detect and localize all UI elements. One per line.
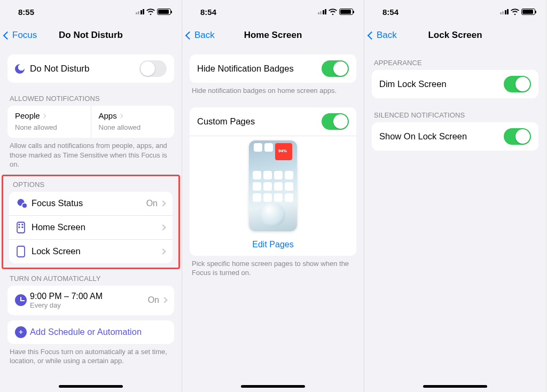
dnd-label: Do Not Disturb: [30, 64, 139, 74]
wifi-icon: [329, 9, 337, 15]
hide-badges-card: Hide Notification Badges: [190, 54, 356, 83]
hide-badges-toggle[interactable]: [322, 60, 349, 77]
people-cell[interactable]: People None allowed: [7, 106, 91, 138]
options-header: OPTIONS: [3, 177, 178, 192]
auto-header: TURN ON AUTOMATICALLY: [0, 272, 182, 286]
lock-screen-label: Lock Screen: [32, 246, 161, 256]
svg-rect-5: [19, 226, 20, 228]
people-label: People: [15, 111, 40, 120]
page-title: Do Not Disturb: [59, 30, 123, 41]
hide-badges-label: Hide Notification Badges: [197, 64, 322, 74]
home-screen-row[interactable]: Home Screen: [9, 215, 173, 239]
schedule-details: 9:00 PM – 7:00 AM Every day: [30, 292, 148, 309]
clock-icon: [15, 294, 30, 306]
options-highlight: OPTIONS Focus Status On Home Screen: [2, 175, 180, 269]
silenced-card: Show On Lock Screen: [372, 122, 538, 151]
wifi-icon: [511, 9, 519, 15]
apps-label: Apps: [99, 111, 117, 120]
auto-footer: Have this Focus turn on automatically at…: [0, 344, 182, 366]
home-indicator[interactable]: [59, 385, 123, 388]
options-card: Focus Status On Home Screen Lock Screen: [9, 192, 173, 263]
lock-screen-icon: [17, 246, 32, 257]
schedule-time: 9:00 PM – 7:00 AM: [30, 292, 148, 301]
status-bar: 8:55: [0, 0, 182, 23]
back-label: Back: [194, 30, 215, 41]
lock-screen-row[interactable]: Lock Screen: [9, 239, 173, 263]
appearance-card: Dim Lock Screen: [372, 70, 538, 98]
people-value: None allowed: [15, 123, 83, 131]
focus-status-label: Focus Status: [32, 198, 146, 208]
svg-rect-2: [17, 222, 25, 233]
focus-status-icon: [17, 198, 32, 209]
back-label: Focus: [12, 30, 37, 41]
status-indicators: [318, 9, 354, 15]
back-label: Back: [377, 30, 397, 41]
home-indicator[interactable]: [241, 385, 305, 388]
focus-status-row[interactable]: Focus Status On: [9, 192, 173, 215]
schedule-row[interactable]: 9:00 PM – 7:00 AM Every day On: [7, 286, 174, 315]
chevron-left-icon: [185, 31, 194, 40]
page-title: Lock Screen: [428, 30, 482, 41]
nav-bar: Back Home Screen: [182, 23, 364, 47]
svg-rect-3: [19, 224, 20, 225]
chevron-left-icon: [368, 31, 376, 40]
cellular-icon: [136, 9, 145, 14]
content: Hide Notification Badges Hide notificati…: [182, 47, 364, 283]
custom-pages-card: Custom Pages 94% Edit Pages: [190, 107, 356, 256]
wifi-icon: [146, 9, 155, 15]
hide-badges-row[interactable]: Hide Notification Badges: [190, 54, 356, 83]
chevron-right-icon: [160, 224, 166, 230]
allowed-header: ALLOWED NOTIFICATIONS: [0, 83, 182, 106]
status-indicators: [136, 9, 171, 15]
hide-badges-footer: Hide notification badges on home screen …: [182, 83, 364, 96]
back-button[interactable]: Focus: [4, 30, 37, 41]
show-on-lock-toggle[interactable]: [504, 128, 531, 145]
cellular-icon: [318, 9, 327, 14]
dnd-toggle-row[interactable]: Do Not Disturb: [7, 54, 174, 83]
apps-value: None allowed: [99, 123, 167, 131]
custom-pages-row[interactable]: Custom Pages: [190, 107, 356, 136]
moon-icon: [15, 64, 30, 74]
plus-icon: +: [15, 326, 30, 338]
svg-point-1: [22, 203, 27, 208]
edit-pages-button[interactable]: Edit Pages: [190, 236, 356, 256]
back-button[interactable]: Back: [369, 30, 397, 41]
home-indicator[interactable]: [423, 385, 487, 388]
page-title: Home Screen: [244, 30, 302, 41]
svg-rect-6: [22, 226, 24, 228]
apps-cell[interactable]: Apps None allowed: [91, 106, 175, 138]
chevron-left-icon: [3, 31, 12, 40]
content: APPEARANCE Dim Lock Screen SILENCED NOTI…: [364, 47, 546, 156]
dnd-toggle[interactable]: [139, 60, 167, 77]
show-on-lock-row[interactable]: Show On Lock Screen: [372, 122, 538, 151]
status-time: 8:54: [382, 7, 398, 17]
home-screen-icon: [17, 222, 32, 233]
home-page-thumbnail[interactable]: 94%: [249, 140, 297, 231]
battery-icon: [521, 9, 535, 15]
nav-bar: Back Lock Screen: [364, 23, 546, 47]
schedule-card: 9:00 PM – 7:00 AM Every day On: [7, 286, 174, 315]
back-button[interactable]: Back: [186, 30, 215, 41]
dnd-toggle-card: Do Not Disturb: [7, 54, 174, 83]
appearance-header: APPEARANCE: [364, 47, 546, 70]
status-time: 8:54: [200, 7, 216, 17]
allowed-card: People None allowed Apps None allowed: [7, 106, 174, 138]
screen-home-screen: 8:54 Back Home Screen Hide Notification …: [182, 0, 364, 392]
screen-do-not-disturb: 8:55 Focus Do Not Disturb Do Not Disturb…: [0, 0, 182, 392]
schedule-value: On: [148, 295, 159, 305]
status-indicators: [500, 9, 536, 15]
battery-icon: [339, 9, 353, 15]
add-schedule-row[interactable]: + Add Schedule or Automation: [7, 320, 174, 344]
content: Do Not Disturb ALLOWED NOTIFICATIONS Peo…: [0, 47, 182, 371]
allowed-footer: Allow calls and notifications from peopl…: [0, 138, 182, 169]
dim-row[interactable]: Dim Lock Screen: [372, 70, 538, 98]
chevron-right-icon: [41, 113, 45, 117]
home-screen-label: Home Screen: [32, 222, 161, 232]
custom-pages-toggle[interactable]: [322, 113, 349, 130]
dim-toggle[interactable]: [504, 76, 531, 92]
silenced-header: SILENCED NOTIFICATIONS: [364, 98, 546, 122]
chevron-right-icon: [118, 113, 122, 117]
focus-status-value: On: [146, 199, 158, 208]
custom-pages-label: Custom Pages: [197, 116, 322, 127]
show-on-lock-label: Show On Lock Screen: [379, 131, 504, 142]
